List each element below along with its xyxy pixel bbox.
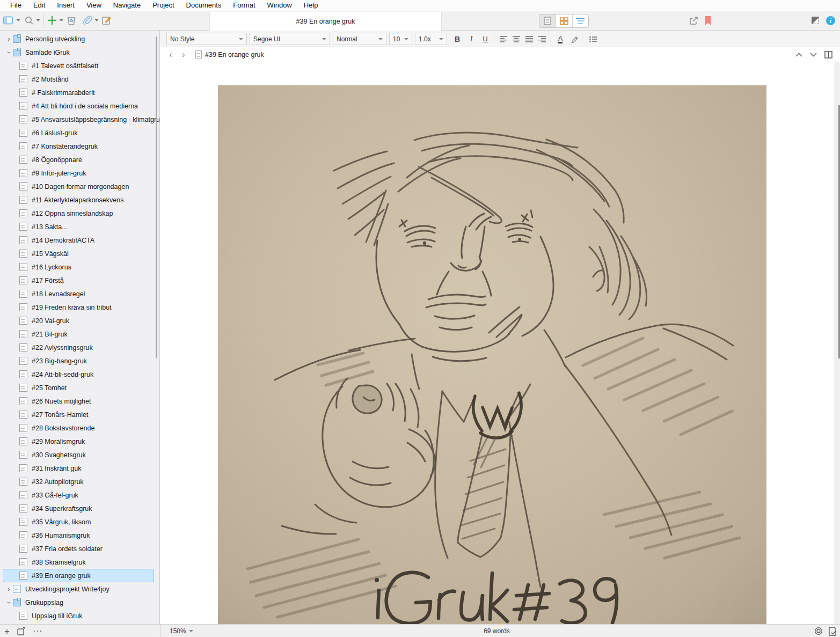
- binder-item[interactable]: #17 Förstå: [3, 274, 154, 287]
- binder-item[interactable]: #18 Levnadsregel: [3, 287, 154, 301]
- menu-format[interactable]: Format: [227, 0, 261, 11]
- binder-item[interactable]: #9 Inför-julen-gruk: [3, 166, 154, 180]
- collapse-down-icon[interactable]: [810, 53, 817, 57]
- share-icon[interactable]: [688, 14, 699, 26]
- binder-item[interactable]: #16 Lyckorus: [3, 260, 154, 274]
- binder-toggle-icon[interactable]: [2, 14, 14, 26]
- chevron-expanded-icon[interactable]: ›: [5, 598, 13, 606]
- align-left-icon[interactable]: [497, 33, 510, 45]
- binder-item[interactable]: #1 Talevett osättfalsett: [3, 59, 154, 72]
- binder-item[interactable]: ›Personlig utveckling: [3, 32, 154, 46]
- binder-item[interactable]: #28 Bokstavstorende: [3, 421, 154, 435]
- binder-add-icon[interactable]: +: [4, 627, 10, 636]
- binder-item[interactable]: #32 Autopilotgruk: [3, 475, 154, 488]
- back-icon[interactable]: ‹: [164, 50, 177, 60]
- align-center-icon[interactable]: [510, 33, 523, 45]
- line-spacing-dropdown[interactable]: 1.0x: [415, 33, 447, 45]
- binder-item[interactable]: #37 Fria ordets soldater: [3, 542, 154, 555]
- binder-toggle-caret-icon[interactable]: [16, 19, 20, 21]
- menu-project[interactable]: Project: [147, 0, 180, 11]
- align-right-icon[interactable]: [536, 33, 549, 45]
- inspector-info-icon[interactable]: i: [824, 14, 836, 26]
- binder-item[interactable]: Uppslag till iGruk: [3, 609, 154, 623]
- binder-item[interactable]: #35 Vårgruk, liksom: [3, 515, 154, 529]
- binder-item[interactable]: #38 Skrämselgruk: [3, 555, 154, 569]
- binder-item[interactable]: #30 Svaghetsgruk: [3, 448, 154, 462]
- split-view-icon[interactable]: [824, 51, 832, 58]
- binder-scrollbar-thumb[interactable]: [156, 36, 157, 358]
- chevron-expanded-icon[interactable]: ›: [5, 48, 13, 56]
- binder-item[interactable]: ›Samlade iGruk: [3, 46, 154, 59]
- binder-item[interactable]: #15 Vägskäl: [3, 247, 154, 260]
- binder-item[interactable]: #8 Ögonöppnare: [3, 153, 154, 166]
- menu-help[interactable]: Help: [298, 0, 324, 11]
- add-icon[interactable]: [46, 14, 58, 26]
- binder-item[interactable]: #26 Nuets möjlighet: [3, 394, 154, 408]
- binder-item[interactable]: #11 Akterlyktelaparkonsekvens: [3, 193, 154, 207]
- font-variant-dropdown[interactable]: Normal: [333, 33, 386, 45]
- binder-item[interactable]: #7 Konstaterandegruk: [3, 140, 154, 153]
- binder-item[interactable]: #36 Humanismgruk: [3, 529, 154, 542]
- corkboard-view-button[interactable]: [556, 14, 572, 27]
- binder-item[interactable]: #29 Moralismgruk: [3, 435, 154, 448]
- binder-item[interactable]: #21 Bil-gruk: [3, 327, 154, 341]
- compose-mode-icon[interactable]: [809, 14, 821, 26]
- binder-item[interactable]: #31 Inskränt guk: [3, 462, 154, 475]
- menu-file[interactable]: File: [4, 0, 27, 11]
- menu-insert[interactable]: Insert: [51, 0, 81, 11]
- add-caret-icon[interactable]: [59, 19, 63, 21]
- style-dropdown[interactable]: No Style: [166, 33, 247, 45]
- list-format-button[interactable]: [585, 33, 603, 45]
- document-view-button[interactable]: [539, 14, 556, 27]
- bookmark-icon[interactable]: [702, 14, 714, 26]
- menu-navigate[interactable]: Navigate: [107, 0, 147, 11]
- font-dropdown[interactable]: Segoe UI: [250, 33, 330, 45]
- outline-view-button[interactable]: [572, 14, 588, 27]
- chevron-collapsed-icon[interactable]: ›: [5, 585, 13, 593]
- menu-edit[interactable]: Edit: [27, 0, 51, 11]
- menu-view[interactable]: View: [81, 0, 107, 11]
- binder-item[interactable]: #2 Motstånd: [3, 72, 154, 86]
- attach-caret-icon[interactable]: [94, 19, 99, 21]
- binder-item[interactable]: #34 Superkraftsgruk: [3, 502, 154, 515]
- binder-item[interactable]: #20 Val-gruk: [3, 314, 154, 327]
- focus-target-icon[interactable]: [814, 627, 823, 635]
- binder-item[interactable]: ›Grukuppslag: [3, 596, 154, 609]
- highlight-pen-icon[interactable]: [568, 33, 581, 45]
- binder-item[interactable]: #23 Big-bang-gruk: [3, 354, 154, 368]
- trash-icon[interactable]: [65, 14, 77, 26]
- forward-icon[interactable]: ›: [177, 50, 190, 60]
- document-check-icon[interactable]: [828, 627, 837, 636]
- binder-item[interactable]: # Falskrimmarabderit: [3, 86, 154, 99]
- binder-item[interactable]: #4 Att bli hörd i de sociala medierna: [3, 99, 154, 113]
- underline-button[interactable]: U: [479, 33, 492, 45]
- binder-item[interactable]: #33 Gå-fel-gruk: [3, 488, 154, 502]
- search-caret-icon[interactable]: [36, 19, 40, 21]
- search-icon[interactable]: [23, 14, 35, 26]
- menu-window[interactable]: Window: [261, 0, 298, 11]
- editor-scrollbar-track[interactable]: [834, 62, 840, 624]
- binder-add-group-icon[interactable]: [17, 627, 26, 635]
- binder-item[interactable]: #19 Freden kräva sin tribut: [3, 301, 154, 314]
- binder-item[interactable]: ›Utvecklingsprojekt Write4joy: [3, 582, 154, 596]
- binder-item[interactable]: #5 Ansvarsutsläppsbegränsning - klimatgr…: [3, 113, 154, 126]
- menu-documents[interactable]: Documents: [180, 0, 228, 11]
- binder-item[interactable]: #24 Att-bli-sedd-gruk: [3, 368, 154, 381]
- collapse-up-icon[interactable]: [795, 53, 802, 57]
- align-justify-icon[interactable]: [523, 33, 536, 45]
- font-size-dropdown[interactable]: 10: [389, 33, 412, 45]
- chevron-collapsed-icon[interactable]: ›: [5, 35, 13, 43]
- binder-item[interactable]: #25 Tomhet: [3, 381, 154, 394]
- binder-item[interactable]: #27 Tonårs-Hamlet: [3, 408, 154, 421]
- quick-new-compose-icon[interactable]: [101, 14, 113, 26]
- bold-button[interactable]: B: [451, 33, 464, 45]
- binder-item[interactable]: #12 Öppna sinneslandskap: [3, 207, 154, 220]
- binder-item[interactable]: #14 DemokratifACTA: [3, 233, 154, 247]
- binder-item[interactable]: #22 Avlyssningsgruk: [3, 341, 154, 354]
- document-tab[interactable]: #39 En orange gruk: [209, 12, 442, 31]
- binder-more-options-icon[interactable]: ···: [33, 627, 43, 635]
- italic-button[interactable]: I: [465, 33, 478, 45]
- text-color-button[interactable]: A: [554, 33, 567, 45]
- binder-item[interactable]: #13 Sakta...: [3, 220, 154, 233]
- binder-item[interactable]: #39 En orange gruk: [3, 569, 154, 582]
